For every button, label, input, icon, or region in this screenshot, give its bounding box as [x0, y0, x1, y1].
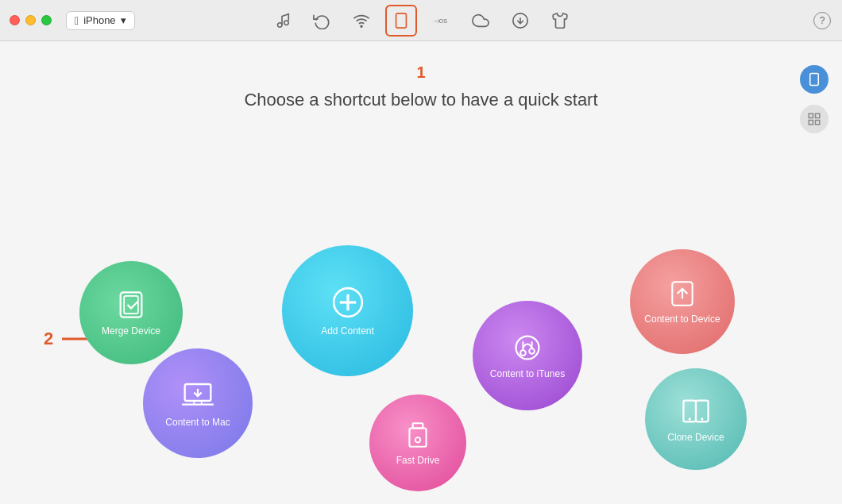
toolbar-cloud-button[interactable] — [465, 5, 496, 37]
help-button[interactable]: ? — [813, 12, 831, 29]
svg-point-17 — [520, 350, 526, 356]
apple-icon:  — [75, 14, 79, 27]
subtitle: Choose a shortcut below to have a quick … — [0, 90, 842, 110]
toolbar-history-button[interactable] — [306, 5, 338, 37]
chevron-icon: ▾ — [121, 14, 126, 26]
add-content-button[interactable]: Add Content — [282, 245, 413, 376]
device-selector[interactable]:  iPhone ▾ — [66, 11, 135, 30]
svg-rect-3 — [396, 13, 407, 27]
minimize-button[interactable] — [25, 15, 36, 25]
main-content: 1 Choose a shortcut below to have a quic… — [0, 41, 842, 452]
content-to-device-label: Content to Device — [644, 314, 720, 325]
step1-indicator: 1 — [0, 63, 842, 82]
content-to-device-button[interactable]: Content to Device — [630, 249, 735, 354]
sidebar-grid-icon[interactable] — [800, 105, 828, 133]
content-to-itunes-label: Content to iTunes — [490, 368, 565, 379]
svg-rect-34 — [810, 74, 819, 86]
fast-drive-label: Fast Drive — [396, 455, 440, 466]
maximize-button[interactable] — [41, 15, 52, 25]
close-button[interactable] — [10, 15, 20, 25]
clone-device-label: Clone Device — [667, 432, 724, 443]
titlebar:  iPhone ▾ — [0, 0, 842, 41]
svg-point-15 — [516, 336, 539, 359]
content-to-itunes-button[interactable]: Content to iTunes — [473, 301, 582, 410]
toolbar-ios-button[interactable]: →iOS — [425, 5, 457, 37]
svg-rect-37 — [816, 113, 820, 117]
toolbar-phone-button[interactable] — [385, 5, 417, 37]
svg-point-0 — [278, 22, 283, 27]
toolbar: →iOS — [266, 5, 576, 37]
svg-point-2 — [361, 25, 362, 27]
svg-rect-11 — [124, 296, 138, 314]
sidebar-phone-icon[interactable] — [800, 65, 828, 94]
merge-device-button[interactable]: Merge Device — [79, 261, 183, 364]
svg-point-29 — [415, 437, 420, 442]
merge-device-label: Merge Device — [102, 325, 160, 337]
step2-number: 2 — [44, 329, 53, 349]
svg-rect-36 — [809, 113, 813, 117]
device-name: iPhone — [83, 14, 115, 26]
content-to-mac-label: Content to Mac — [165, 417, 230, 428]
clone-device-button[interactable]: Clone Device — [645, 368, 747, 470]
toolbar-music-button[interactable] — [266, 5, 298, 37]
svg-point-16 — [529, 348, 535, 354]
svg-text:→iOS: →iOS — [432, 18, 447, 25]
traffic-lights — [10, 15, 52, 25]
right-sidebar — [794, 41, 834, 504]
toolbar-wifi-button[interactable] — [346, 5, 377, 37]
circles-area: 2 Merge Device — [0, 118, 842, 452]
add-content-label: Add Content — [321, 325, 374, 337]
svg-point-1 — [284, 21, 289, 25]
toolbar-ringtone-button[interactable] — [544, 5, 576, 37]
content-to-mac-button[interactable]: Content to Mac — [143, 348, 253, 458]
fast-drive-button[interactable]: Fast Drive — [369, 394, 466, 491]
svg-rect-39 — [816, 121, 820, 125]
svg-rect-38 — [809, 121, 813, 125]
toolbar-download-button[interactable] — [504, 5, 536, 37]
